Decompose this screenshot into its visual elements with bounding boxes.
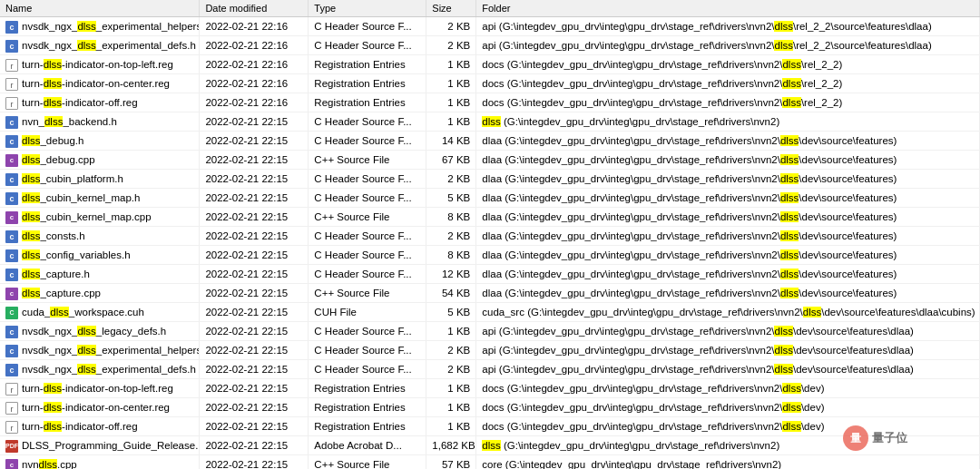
file-size-cell: 2 KB: [426, 36, 476, 55]
file-name-cell: Ccuda_dlss_workspace.cuh: [0, 303, 200, 322]
file-folder-cell: api (G:\integdev_gpu_drv\integ\gpu_drv\s…: [476, 36, 980, 55]
file-size-cell: 1,682 KB: [426, 436, 476, 455]
table-row[interactable]: cdlss_cubin_kernel_map.h2022-02-21 22:15…: [0, 189, 980, 208]
results-table: Name Date modified Type Size Folder cnvs…: [0, 0, 980, 469]
file-name-cell: cdlss_cubin_platform.h: [0, 170, 200, 189]
file-type-cell: C++ Source File: [309, 208, 426, 227]
highlight-folder: dlss: [482, 116, 500, 127]
table-row[interactable]: cdlss_cubin_platform.h2022-02-21 22:15C …: [0, 170, 980, 189]
watermark-icon: 量: [843, 425, 868, 451]
table-row[interactable]: cnvsdk_ngx_dlss_experimental_helpers.h20…: [0, 341, 980, 360]
table-row[interactable]: cnvndlss.cpp2022-02-21 22:15C++ Source F…: [0, 455, 980, 470]
file-size-cell: 5 KB: [426, 189, 476, 208]
c-header-icon: c: [5, 345, 18, 357]
col-header-folder[interactable]: Folder: [476, 0, 980, 17]
file-explorer[interactable]: Name Date modified Type Size Folder cnvs…: [0, 0, 980, 469]
c-header-icon: c: [5, 135, 18, 148]
file-type-cell: C++ Source File: [309, 455, 426, 470]
table-row[interactable]: cdlss_debug.cpp2022-02-21 22:15C++ Sourc…: [0, 151, 980, 170]
file-type-cell: CUH File: [309, 303, 426, 322]
file-date-cell: 2022-02-21 22:15: [200, 417, 309, 436]
file-size-cell: 1 KB: [426, 112, 476, 132]
highlight-text: dlss: [22, 269, 40, 279]
file-folder-cell: dlaa (G:\integdev_gpu_drv\integ\gpu_drv\…: [476, 208, 980, 227]
file-name-cell: rturn-dlss-indicator-off.reg: [0, 93, 200, 112]
table-row[interactable]: cdlss_consts.h2022-02-21 22:15C Header S…: [0, 227, 980, 246]
file-folder-cell: dlaa (G:\integdev_gpu_drv\integ\gpu_drv\…: [476, 284, 980, 303]
table-row[interactable]: cnvsdk_ngx_dlss_experimental_helpers.h20…: [0, 17, 980, 36]
table-row[interactable]: cnvsdk_ngx_dlss_legacy_defs.h2022-02-21 …: [0, 322, 980, 341]
table-row[interactable]: rturn-dlss-indicator-on-center.reg2022-0…: [0, 398, 980, 417]
file-size-cell: 1 KB: [426, 417, 476, 436]
file-folder-cell: dlaa (G:\integdev_gpu_drv\integ\gpu_drv\…: [476, 132, 980, 151]
file-name-cell: rturn-dlss-indicator-on-top-left.reg: [0, 55, 200, 74]
file-date-cell: 2022-02-21 22:16: [200, 17, 309, 36]
table-row[interactable]: Ccuda_dlss_workspace.cuh2022-02-21 22:15…: [0, 303, 980, 322]
c-header-icon: c: [5, 40, 18, 53]
file-folder-cell: docs (G:\integdev_gpu_drv\integ\gpu_drv\…: [476, 55, 980, 74]
highlight-text: dlss: [22, 211, 40, 222]
col-header-size[interactable]: Size: [426, 0, 476, 17]
highlight-folder: dlss: [780, 249, 799, 260]
file-name-cell: cdlss_debug.h: [0, 132, 200, 151]
table-row[interactable]: rturn-dlss-indicator-on-top-left.reg2022…: [0, 379, 980, 398]
table-row[interactable]: cnvsdk_ngx_dlss_experimental_defs.h2022-…: [0, 36, 980, 55]
file-type-cell: C Header Source F...: [309, 17, 426, 36]
highlight-text: dlss: [39, 459, 57, 469]
table-row[interactable]: rturn-dlss-indicator-on-top-left.reg2022…: [0, 55, 980, 74]
file-date-cell: 2022-02-21 22:15: [200, 436, 309, 455]
file-folder-cell: docs (G:\integdev_gpu_drv\integ\gpu_drv\…: [476, 74, 980, 93]
file-name-cell: rturn-dlss-indicator-off.reg: [0, 417, 200, 436]
highlight-text: dlss: [44, 116, 63, 127]
table-row[interactable]: rturn-dlss-indicator-off.reg2022-02-21 2…: [0, 417, 980, 436]
file-type-cell: Adobe Acrobat D...: [309, 436, 426, 455]
file-type-cell: C Header Source F...: [309, 112, 426, 132]
table-row[interactable]: PDFDLSS_Programming_Guide_Release.pdf202…: [0, 436, 980, 455]
file-type-cell: Registration Entries: [309, 398, 426, 417]
cpp-icon: c: [5, 211, 18, 224]
file-name-cell: cdlss_cubin_kernel_map.cpp: [0, 208, 200, 227]
file-date-cell: 2022-02-21 22:15: [200, 265, 309, 284]
col-header-date[interactable]: Date modified: [200, 0, 309, 17]
file-date-cell: 2022-02-21 22:16: [200, 36, 309, 55]
highlight-folder: dlss: [780, 269, 799, 279]
col-header-type[interactable]: Type: [309, 0, 426, 17]
highlight-folder: dlss: [774, 21, 792, 32]
file-folder-cell: dlaa (G:\integdev_gpu_drv\integ\gpu_drv\…: [476, 151, 980, 170]
watermark-label: 量子位: [872, 430, 907, 446]
table-row[interactable]: cdlss_capture.cpp2022-02-21 22:15C++ Sou…: [0, 284, 980, 303]
highlight-folder: dlss: [774, 364, 792, 375]
table-row[interactable]: rturn-dlss-indicator-on-center.reg2022-0…: [0, 74, 980, 93]
highlight-text: dlss: [22, 135, 40, 146]
highlight-folder: dlss: [780, 135, 799, 146]
file-name-cell: rturn-dlss-indicator-on-top-left.reg: [0, 379, 200, 398]
file-date-cell: 2022-02-21 22:16: [200, 74, 309, 93]
file-date-cell: 2022-02-21 22:15: [200, 341, 309, 360]
cpp-icon: c: [5, 288, 18, 300]
highlight-folder: dlss: [780, 288, 799, 298]
highlight-text: dlss: [44, 402, 62, 413]
table-row[interactable]: cnvn_dlss_backend.h2022-02-21 22:15C Hea…: [0, 112, 980, 132]
highlight-folder: dlss: [782, 383, 800, 394]
file-folder-cell: docs (G:\integdev_gpu_drv\integ\gpu_drv\…: [476, 379, 980, 398]
file-folder-cell: docs (G:\integdev_gpu_drv\integ\gpu_drv\…: [476, 398, 980, 417]
table-row[interactable]: cnvsdk_ngx_dlss_experimental_defs.h2022-…: [0, 360, 980, 379]
highlight-folder: dlss: [780, 211, 799, 222]
file-size-cell: 1 KB: [426, 398, 476, 417]
highlight-folder: dlss: [774, 326, 792, 337]
highlight-text: dlss: [22, 154, 40, 165]
table-row[interactable]: cdlss_cubin_kernel_map.cpp2022-02-21 22:…: [0, 208, 980, 227]
reg-icon: r: [5, 402, 18, 415]
table-row[interactable]: rturn-dlss-indicator-off.reg2022-02-21 2…: [0, 93, 980, 112]
file-date-cell: 2022-02-21 22:16: [200, 93, 309, 112]
reg-icon: r: [5, 421, 18, 434]
file-name-cell: cdlss_consts.h: [0, 227, 200, 246]
file-name-cell: PDFDLSS_Programming_Guide_Release.pdf: [0, 436, 200, 455]
table-row[interactable]: cdlss_debug.h2022-02-21 22:15C Header So…: [0, 132, 980, 151]
file-folder-cell: docs (G:\integdev_gpu_drv\integ\gpu_drv\…: [476, 93, 980, 112]
col-header-name[interactable]: Name: [0, 0, 200, 17]
file-size-cell: 2 KB: [426, 360, 476, 379]
table-row[interactable]: cdlss_capture.h2022-02-21 22:15C Header …: [0, 265, 980, 284]
table-row[interactable]: cdlss_config_variables.h2022-02-21 22:15…: [0, 246, 980, 265]
file-folder-cell: api (G:\integdev_gpu_drv\integ\gpu_drv\s…: [476, 322, 980, 341]
